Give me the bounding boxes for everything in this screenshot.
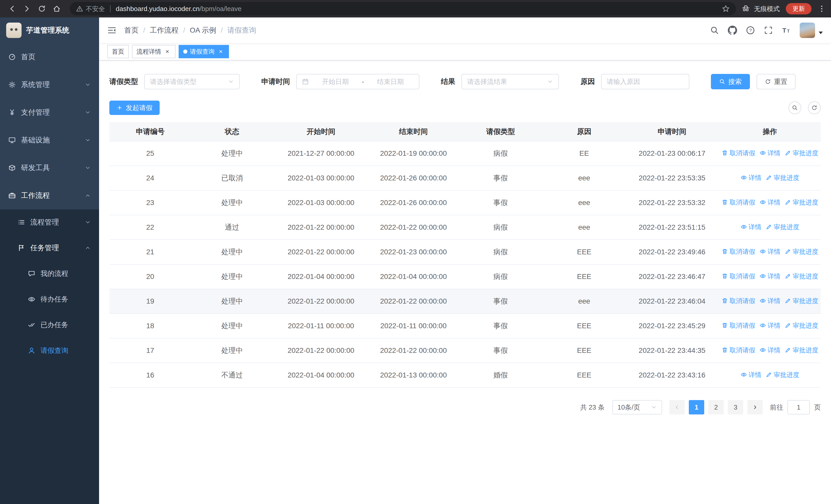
eye-icon <box>760 347 766 353</box>
browser-reload-button[interactable] <box>35 2 49 16</box>
sidebar-item-home[interactable]: 首页 <box>0 43 99 71</box>
sidebar-item-todo-tasks[interactable]: 待办任务 <box>0 287 99 312</box>
detail-link[interactable]: 详情 <box>740 223 762 231</box>
help-icon[interactable]: ? <box>746 26 755 35</box>
close-icon[interactable]: × <box>217 48 224 55</box>
cancel-leave-link[interactable]: 取消请假 <box>721 247 755 256</box>
refresh-table-button[interactable] <box>808 101 821 114</box>
goto-page-input[interactable] <box>787 400 810 414</box>
breadcrumb-item[interactable]: 首页 <box>124 25 139 35</box>
cell-leave-type: 婚假 <box>458 363 543 387</box>
font-size-icon[interactable]: TT <box>782 26 791 35</box>
github-icon[interactable] <box>728 26 737 35</box>
detail-link[interactable]: 详情 <box>760 272 780 280</box>
close-icon[interactable]: × <box>164 48 171 55</box>
detail-link[interactable]: 详情 <box>740 174 762 182</box>
sidebar-item-infra[interactable]: 基础设施 <box>0 126 99 154</box>
approval-progress-link[interactable]: 审批进度 <box>784 247 819 256</box>
detail-link[interactable]: 详情 <box>760 297 780 305</box>
cell-actions: 详情审批进度 <box>719 166 821 190</box>
tab-home[interactable]: 首页 <box>107 45 129 58</box>
search-button[interactable]: 搜索 <box>711 74 750 89</box>
browser-address-bar[interactable]: 不安全 dashboard.yudao.iocoder.cn/bpm/oa/le… <box>70 2 736 16</box>
reset-button[interactable]: 重置 <box>756 74 796 89</box>
detail-link[interactable]: 详情 <box>740 370 762 379</box>
apply-time-range-picker[interactable]: 开始日期 - 结束日期 <box>296 74 419 89</box>
leave-type-select[interactable]: 请选择请假类型 <box>144 74 240 89</box>
page-size-select[interactable]: 10条/页 <box>612 400 662 414</box>
user-menu[interactable] <box>800 23 823 38</box>
detail-link[interactable]: 详情 <box>760 247 780 256</box>
cancel-leave-link[interactable]: 取消请假 <box>721 272 755 280</box>
incognito-badge: 无痕模式 <box>741 4 780 13</box>
sidebar-item-done-tasks[interactable]: 已办任务 <box>0 312 99 338</box>
sidebar-item-devtools[interactable]: 研发工具 <box>0 154 99 182</box>
sidebar-item-payment[interactable]: 支付管理 <box>0 98 99 126</box>
create-leave-button[interactable]: 发起请假 <box>109 100 160 115</box>
detail-link[interactable]: 详情 <box>760 198 780 207</box>
approval-progress-link[interactable]: 审批进度 <box>784 321 819 330</box>
delete-icon <box>721 347 728 353</box>
page-button-1[interactable]: 1 <box>689 400 704 414</box>
cell-id: 18 <box>109 314 191 338</box>
eye-icon <box>760 322 766 329</box>
result-select[interactable]: 请选择流结果 <box>461 74 559 89</box>
sidebar-item-process-mgmt[interactable]: 流程管理 <box>0 209 99 235</box>
delete-icon <box>721 322 728 329</box>
sidebar: 芋道管理系统 首页 系统管理 支付管理 <box>0 18 99 504</box>
sidebar-item-label: 我的流程 <box>40 269 68 278</box>
cell-end-time: 2022-01-23 00:00:00 <box>369 240 458 264</box>
breadcrumb-item[interactable]: OA 示例 <box>190 25 216 35</box>
briefcase-icon <box>8 192 16 199</box>
next-page-button[interactable] <box>747 400 763 414</box>
cancel-leave-link[interactable]: 取消请假 <box>721 297 755 305</box>
toggle-search-button[interactable] <box>789 101 801 114</box>
cell-leave-type: 病假 <box>458 264 543 289</box>
browser-home-button[interactable] <box>50 2 64 16</box>
approval-progress-link[interactable]: 审批进度 <box>784 272 819 280</box>
header-search-icon[interactable] <box>710 26 719 35</box>
detail-link[interactable]: 详情 <box>760 346 780 354</box>
tab-leave-query[interactable]: 请假查询 × <box>179 45 229 58</box>
reason-input[interactable] <box>601 74 689 89</box>
sidebar-item-task-mgmt[interactable]: 任务管理 <box>0 235 99 261</box>
approval-progress-link[interactable]: 审批进度 <box>784 149 819 157</box>
browser-update-button[interactable]: 更新 <box>786 3 811 14</box>
sidebar-item-system[interactable]: 系统管理 <box>0 71 99 98</box>
cancel-leave-link[interactable]: 取消请假 <box>721 149 755 157</box>
tab-process-detail[interactable]: 流程详情 × <box>132 45 175 58</box>
bookmark-star-icon[interactable] <box>722 5 730 13</box>
cell-leave-type: 病假 <box>458 215 543 240</box>
cancel-leave-link[interactable]: 取消请假 <box>721 346 755 354</box>
sidebar-collapse-icon[interactable] <box>107 26 116 35</box>
column-header: 状态 <box>191 122 273 141</box>
app-logo-row[interactable]: 芋道管理系统 <box>0 18 99 43</box>
sidebar-item-leave-query[interactable]: 请假查询 <box>0 338 99 363</box>
security-warning[interactable]: 不安全 <box>76 5 105 13</box>
browser-forward-button[interactable] <box>20 2 34 16</box>
browser-menu-icon[interactable] <box>818 5 826 13</box>
sidebar-item-workflow[interactable]: 工作流程 <box>0 182 99 209</box>
detail-link[interactable]: 详情 <box>760 149 780 157</box>
approval-progress-link[interactable]: 审批进度 <box>766 174 799 182</box>
fullscreen-icon[interactable] <box>764 26 773 35</box>
approval-progress-link[interactable]: 审批进度 <box>766 223 799 231</box>
date-separator: - <box>362 78 364 86</box>
browser-back-button[interactable] <box>5 2 19 16</box>
cell-reason: EE <box>543 141 625 166</box>
start-date-placeholder: 开始日期 <box>312 77 359 86</box>
detail-link[interactable]: 详情 <box>760 321 780 330</box>
page-button-3[interactable]: 3 <box>728 400 743 414</box>
approval-progress-link[interactable]: 审批进度 <box>766 370 799 379</box>
table-row: 20处理中2022-01-04 00:00:002022-01-04 00:00… <box>109 264 821 289</box>
page-button-2[interactable]: 2 <box>708 400 724 414</box>
breadcrumb-item[interactable]: 工作流程 <box>150 25 179 35</box>
approval-progress-link[interactable]: 审批进度 <box>784 297 819 305</box>
cancel-leave-link[interactable]: 取消请假 <box>721 198 755 207</box>
monitor-icon <box>8 136 16 144</box>
approval-progress-link[interactable]: 审批进度 <box>784 198 819 207</box>
prev-page-button[interactable] <box>669 400 685 414</box>
approval-progress-link[interactable]: 审批进度 <box>784 346 819 354</box>
cancel-leave-link[interactable]: 取消请假 <box>721 321 755 330</box>
sidebar-item-my-process[interactable]: 我的流程 <box>0 261 99 287</box>
